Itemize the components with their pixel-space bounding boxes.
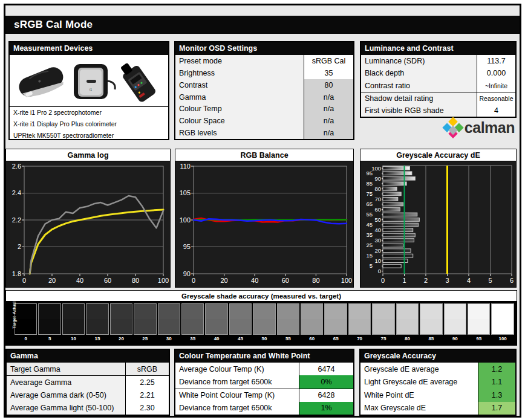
svg-text:0: 0	[192, 277, 195, 284]
svg-text:10: 10	[374, 257, 381, 264]
calman-logo-text: calman	[465, 119, 515, 137]
actual-shade	[373, 304, 394, 319]
table-row: Avearage Gamma2.25	[7, 376, 169, 389]
svg-text:40: 40	[251, 277, 258, 284]
osd-settings-panel: Monitor OSD Settings Preset modesRGB Cal…	[174, 41, 354, 140]
greyscale-swatch-cell: 100	[491, 303, 514, 345]
table-row: RGB levelsn/a	[175, 127, 353, 139]
svg-text:95: 95	[366, 170, 373, 176]
row-value: 6428	[299, 389, 353, 402]
svg-text:20: 20	[48, 277, 56, 284]
calman-logo: calman	[445, 119, 515, 137]
target-shade	[420, 319, 442, 334]
swatch-level-label: 65	[324, 335, 347, 343]
svg-text:60: 60	[104, 277, 111, 284]
greyscale-de-chart-panel: Greyscale Accuracy dE 100959085807570656…	[360, 149, 517, 288]
svg-text:90: 90	[183, 270, 191, 277]
svg-text:1.8: 1.8	[12, 270, 21, 277]
device-list-item: X-rite i1 Pro 2 spectrophotomer	[10, 107, 168, 118]
row-value: 1.2	[478, 363, 515, 376]
svg-text:90: 90	[374, 175, 381, 182]
target-shade	[445, 319, 466, 334]
target-shade	[301, 319, 322, 334]
greyscale-swatch	[372, 303, 394, 335]
greyscale-de-chart: 1009590858075706560555045403530252015105…	[360, 161, 516, 286]
row-label: Light Greyscale dE average	[360, 376, 478, 389]
svg-text:60: 60	[282, 277, 289, 284]
table-row: Average Gamma light (50-100)2.30	[7, 402, 169, 415]
calman-logo-icon	[442, 117, 464, 139]
greyscale-swatch	[62, 303, 85, 335]
actual-shade	[445, 304, 466, 319]
swatch-level-label: 80	[396, 335, 419, 343]
svg-text:2.6: 2.6	[12, 163, 21, 170]
greyscale-swatch-cell: 90	[444, 303, 466, 345]
table-row: Black depth0.000	[361, 67, 515, 79]
svg-text:20: 20	[220, 277, 227, 284]
target-shade	[253, 319, 275, 334]
actual-label: Actual	[11, 301, 17, 315]
greyscale-swatch	[86, 303, 108, 335]
table-row: Contrast ratio~Infinite	[361, 79, 515, 91]
greyscale-swatch	[181, 303, 204, 335]
table-row: Deviance from target 6500k0%	[175, 375, 353, 388]
actual-shade	[134, 304, 155, 319]
row-value: 35	[304, 67, 353, 79]
target-shade	[111, 319, 132, 334]
svg-text:85: 85	[366, 180, 373, 187]
swatch-level-label: 75	[372, 335, 394, 343]
row-value: Reasonable	[477, 92, 515, 105]
greyscale-accuracy-table-header: Greyscale Accuracy	[360, 350, 515, 363]
greyscale-accuracy-table: Greyscale dE average1.2Light Greyscale d…	[360, 363, 515, 415]
greyscale-swatch	[420, 303, 442, 335]
target-shade	[134, 319, 155, 334]
greyscale-swatch-cell: 80	[396, 303, 419, 345]
device-list: X-rite i1 Pro 2 spectrophotomerX-rite i1…	[10, 107, 168, 141]
greyscale-swatch-cell: 65	[324, 303, 347, 345]
row-value: 1.1	[478, 376, 515, 389]
swatch-level-label: 10	[62, 335, 85, 343]
table-row: Max Greyscale dE1.7	[360, 402, 515, 415]
svg-text:45: 45	[366, 221, 373, 228]
actual-shade	[111, 304, 132, 319]
swatch-level-label: 35	[181, 335, 204, 343]
svg-text:5: 5	[488, 277, 492, 284]
swatch-level-label: 0	[15, 335, 37, 343]
greyscale-swatch	[110, 303, 132, 335]
target-shade	[15, 319, 36, 334]
svg-text:25: 25	[366, 242, 373, 248]
svg-text:6: 6	[510, 277, 514, 284]
swatch-level-label: 50	[253, 335, 275, 343]
row-value: 80	[304, 79, 353, 91]
row-label: Average Colour Temp (K)	[175, 363, 299, 375]
svg-text:100: 100	[158, 277, 169, 284]
table-row: Average Colour Temp (K)6474	[175, 363, 353, 375]
row-value: 0.000	[477, 67, 515, 79]
osd-settings-header: Monitor OSD Settings	[175, 42, 353, 55]
actual-shade	[86, 304, 108, 319]
svg-text:50: 50	[374, 216, 381, 223]
greyscale-swatch-cell: 85	[420, 303, 442, 345]
svg-text:i1: i1	[90, 88, 92, 91]
svg-text:110: 110	[180, 163, 191, 170]
greyscale-swatch	[324, 303, 347, 335]
row-value: sRGB	[125, 363, 169, 375]
swatch-level-label: 90	[444, 335, 466, 343]
row-value: 6474	[299, 363, 353, 375]
row-value: 4	[477, 105, 515, 117]
row-label: White Point dE	[360, 389, 478, 402]
target-shade	[182, 319, 203, 334]
luminance-table: Luminance (SDR)113.7Black depth0.000Cont…	[361, 55, 515, 117]
table-row: Target GammasRGB	[7, 363, 169, 376]
table-row: Gamman/a	[175, 91, 353, 103]
target-shade	[230, 319, 251, 334]
greyscale-swatch-cell: 10	[62, 303, 85, 345]
greyscale-de-chart-title: Greyscale Accuracy dE	[360, 149, 516, 161]
gamma-table-panel: Gamma Target GammasRGBAvearage Gamma2.25…	[5, 349, 170, 416]
greyscale-swatch-cell: 5	[38, 303, 60, 345]
colour-temp-table-header: Colour Temperature and White Point	[175, 350, 353, 363]
greyscale-swatch	[444, 303, 466, 335]
target-shade	[397, 319, 418, 334]
row-label: Contrast	[175, 79, 304, 91]
svg-text:2.4: 2.4	[12, 189, 21, 196]
